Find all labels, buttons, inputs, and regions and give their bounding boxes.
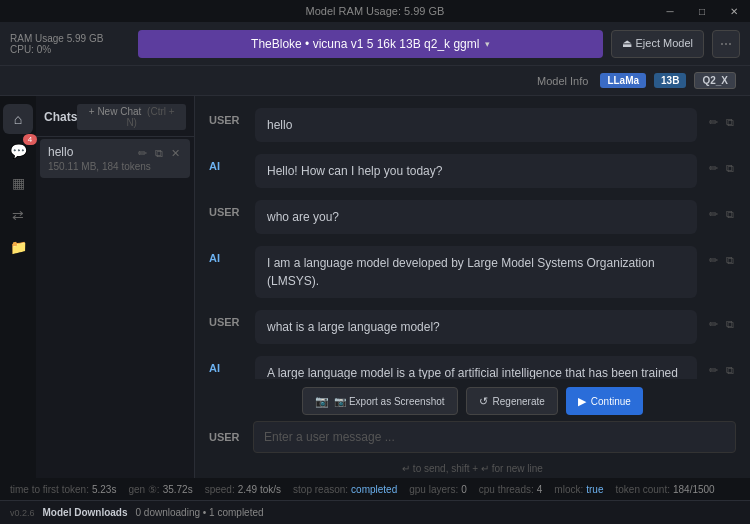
chat-item[interactable]: hello ✏ ⧉ ✕ 150.11 MB, 184 tokens	[40, 139, 190, 178]
sidebar: ⌂ 💬 4 ▦ ⇄ 📁 Chats + New Chat (Ctrl + N)	[0, 96, 195, 478]
stop-reason-value: completed	[351, 484, 397, 495]
input-area: USER	[195, 421, 750, 461]
notification-badge: 4	[23, 134, 37, 145]
message-tools: ✏ ⧉	[707, 310, 736, 333]
main-layout: ⌂ 💬 4 ▦ ⇄ 📁 Chats + New Chat (Ctrl + N)	[0, 96, 750, 478]
chevron-down-icon: ▾	[485, 39, 490, 49]
badge-q2x[interactable]: Q2_X	[694, 72, 736, 89]
badge-llama[interactable]: LLaMa	[600, 73, 646, 88]
regenerate-button[interactable]: ↺ Regenerate	[466, 387, 558, 415]
transfer-icon-btn[interactable]: ⇄	[3, 200, 33, 230]
home-icon-btn[interactable]: ⌂	[3, 104, 33, 134]
input-role-label: USER	[209, 431, 245, 443]
icon-bar: ⌂ 💬 4 ▦ ⇄ 📁	[0, 96, 36, 478]
time-to-first-value: 5.23s	[92, 484, 116, 495]
message-tools: ✏ ⧉	[707, 108, 736, 131]
message-tools: ✏ ⧉	[707, 154, 736, 177]
new-chat-button[interactable]: + New Chat (Ctrl + N)	[77, 104, 186, 130]
message-role-user: USER	[209, 200, 245, 218]
status-bar: time to first token: 5.23s gen ⑤: 35.72s…	[0, 478, 750, 500]
chat-item-name: hello	[48, 145, 73, 159]
message-copy-button[interactable]: ⧉	[724, 316, 736, 333]
message-bubble: what is a large language model?	[255, 310, 697, 344]
regenerate-icon: ↺	[479, 395, 488, 408]
maximize-button[interactable]: □	[686, 0, 718, 22]
message-bubble-ai: I am a language model developed by Large…	[255, 246, 697, 298]
title-bar-text: Model RAM Usage: 5.99 GB	[306, 5, 445, 17]
message-row: AI Hello! How can I help you today? ✏ ⧉	[209, 150, 736, 192]
top-bar: RAM Usage 5.99 GB CPU: 0% TheBloke • vic…	[0, 22, 750, 66]
message-edit-button[interactable]: ✏	[707, 206, 720, 223]
message-role-ai: AI	[209, 246, 245, 264]
message-copy-button[interactable]: ⧉	[724, 114, 736, 131]
badge-13b[interactable]: 13B	[654, 73, 686, 88]
message-row: AI I am a language model developed by La…	[209, 242, 736, 302]
eject-button[interactable]: ⏏ Eject Model	[611, 30, 704, 58]
mlock-value: true	[586, 484, 603, 495]
system-stats: RAM Usage 5.99 GB CPU: 0%	[10, 33, 130, 55]
message-role-user: USER	[209, 108, 245, 126]
message-edit-button[interactable]: ✏	[707, 114, 720, 131]
model-name: TheBloke • vicuna v1 5 16k 13B q2_k ggml	[251, 37, 479, 51]
speed-value: 2.49 tok/s	[238, 484, 281, 495]
messages-container: USER hello ✏ ⧉ AI Hello! How can I help …	[195, 96, 750, 379]
title-bar: Model RAM Usage: 5.99 GB ─ □ ✕	[0, 0, 750, 22]
export-screenshot-button[interactable]: 📷 📷 Export as Screenshot	[302, 387, 457, 415]
message-row: AI A large language model is a type of a…	[209, 352, 736, 379]
chat-icon-btn[interactable]: 💬 4	[3, 136, 33, 166]
message-bubble-ai: Hello! How can I help you today?	[255, 154, 697, 188]
message-bubble-ai: A large language model is a type of arti…	[255, 356, 697, 379]
continue-icon: ▶	[578, 395, 586, 408]
cpu-value: 0%	[37, 44, 51, 55]
gpu-stat: gpu layers: 0	[409, 484, 466, 495]
message-role-ai: AI	[209, 356, 245, 374]
message-edit-button[interactable]: ✏	[707, 362, 720, 379]
gen-stat: gen ⑤: 35.72s	[128, 484, 192, 495]
model-info-label: Model Info	[537, 75, 588, 87]
gen-value: 35.72s	[163, 484, 193, 495]
message-edit-button[interactable]: ✏	[707, 316, 720, 333]
version-label: v0.2.6	[10, 508, 35, 518]
message-bubble: who are you?	[255, 200, 697, 234]
message-copy-button[interactable]: ⧉	[724, 206, 736, 223]
token-count-value: 184/1500	[673, 484, 715, 495]
chat-duplicate-button[interactable]: ⧉	[153, 147, 165, 160]
model-info-bar: Model Info LLaMa 13B Q2_X	[0, 66, 750, 96]
message-edit-button[interactable]: ✏	[707, 252, 720, 269]
ram-value: 5.99 GB	[67, 33, 104, 44]
title-bar-controls: ─ □ ✕	[654, 0, 750, 22]
continue-button[interactable]: ▶ Continue	[566, 387, 643, 415]
models-icon-btn[interactable]: ▦	[3, 168, 33, 198]
action-bar: 📷 📷 Export as Screenshot ↺ Regenerate ▶ …	[195, 379, 750, 421]
message-row: USER who are you? ✏ ⧉	[209, 196, 736, 238]
input-hint: ↵ to send, shift + ↵ for new line	[195, 461, 750, 478]
sidebar-inner: ⌂ 💬 4 ▦ ⇄ 📁 Chats + New Chat (Ctrl + N)	[0, 96, 194, 478]
folder-icon-btn[interactable]: 📁	[3, 232, 33, 262]
gpu-value: 0	[461, 484, 467, 495]
cpu-threads-stat: cpu threads: 4	[479, 484, 543, 495]
message-copy-button[interactable]: ⧉	[724, 160, 736, 177]
message-tools: ✏ ⧉	[707, 246, 736, 269]
message-copy-button[interactable]: ⧉	[724, 362, 736, 379]
speed-stat: speed: 2.49 tok/s	[205, 484, 281, 495]
stop-reason-stat: stop reason: completed	[293, 484, 397, 495]
downloads-label: Model Downloads	[43, 507, 128, 518]
message-role-user: USER	[209, 310, 245, 328]
time-to-first-stat: time to first token: 5.23s	[10, 484, 116, 495]
message-input[interactable]	[253, 421, 736, 453]
chat-edit-button[interactable]: ✏	[136, 147, 149, 160]
chats-header: Chats + New Chat (Ctrl + N)	[36, 96, 194, 137]
minimize-button[interactable]: ─	[654, 0, 686, 22]
settings-button[interactable]: ⋯	[712, 30, 740, 58]
model-selector[interactable]: TheBloke • vicuna v1 5 16k 13B q2_k ggml…	[138, 30, 603, 58]
close-button[interactable]: ✕	[718, 0, 750, 22]
mlock-stat: mlock: true	[554, 484, 603, 495]
chat-close-button[interactable]: ✕	[169, 147, 182, 160]
chat-item-meta: 150.11 MB, 184 tokens	[48, 161, 182, 172]
chats-title: Chats	[44, 110, 77, 124]
message-copy-button[interactable]: ⧉	[724, 252, 736, 269]
cpu-threads-value: 4	[537, 484, 543, 495]
message-edit-button[interactable]: ✏	[707, 160, 720, 177]
message-row: USER hello ✏ ⧉	[209, 104, 736, 146]
chat-item-actions: ✏ ⧉ ✕	[136, 147, 182, 160]
